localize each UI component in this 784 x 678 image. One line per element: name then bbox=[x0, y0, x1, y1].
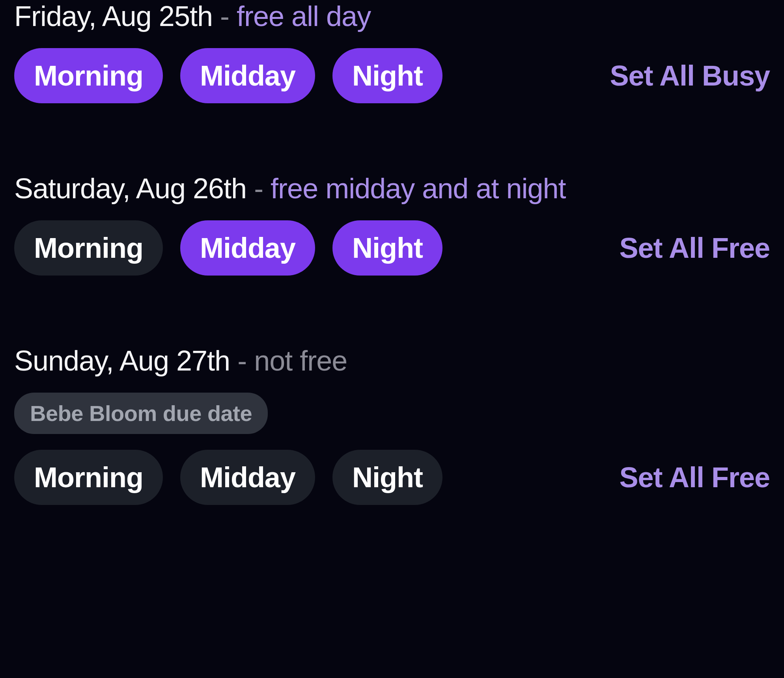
slot-button-midday[interactable]: Midday bbox=[180, 450, 315, 505]
toggle-all-button[interactable]: Set All Free bbox=[620, 232, 770, 264]
availability-status: free midday and at night bbox=[271, 173, 566, 204]
slot-button-morning[interactable]: Morning bbox=[14, 450, 163, 505]
slots-row: MorningMiddayNightSet All Busy bbox=[14, 48, 770, 103]
slots-row: MorningMiddayNightSet All Free bbox=[14, 220, 770, 276]
slot-button-morning[interactable]: Morning bbox=[14, 48, 163, 103]
separator: - bbox=[246, 173, 271, 204]
date-label: Sunday, Aug 27th bbox=[14, 345, 230, 376]
slot-button-night[interactable]: Night bbox=[332, 450, 442, 505]
toggle-all-button[interactable]: Set All Busy bbox=[610, 60, 770, 92]
toggle-all-button[interactable]: Set All Free bbox=[620, 461, 770, 494]
separator: - bbox=[213, 0, 237, 32]
slot-button-night[interactable]: Night bbox=[332, 48, 442, 103]
slot-button-morning[interactable]: Morning bbox=[14, 220, 163, 276]
date-label: Friday, Aug 25th bbox=[14, 0, 213, 32]
separator: - bbox=[230, 345, 254, 376]
event-chip[interactable]: Bebe Bloom due date bbox=[14, 393, 268, 434]
slot-button-night[interactable]: Night bbox=[332, 220, 442, 276]
availability-status: not free bbox=[254, 345, 347, 376]
availability-status: free all day bbox=[237, 0, 371, 32]
day-block: Sunday, Aug 27th - not freeBebe Bloom du… bbox=[14, 345, 770, 505]
day-header: Friday, Aug 25th - free all day bbox=[14, 0, 770, 32]
day-header: Sunday, Aug 27th - not free bbox=[14, 345, 770, 377]
event-row: Bebe Bloom due date bbox=[14, 393, 770, 434]
slot-button-midday[interactable]: Midday bbox=[180, 220, 315, 276]
day-block: Saturday, Aug 26th - free midday and at … bbox=[14, 172, 770, 276]
slot-button-midday[interactable]: Midday bbox=[180, 48, 315, 103]
day-block: Friday, Aug 25th - free all dayMorningMi… bbox=[14, 0, 770, 103]
slots-row: MorningMiddayNightSet All Free bbox=[14, 450, 770, 505]
day-header: Saturday, Aug 26th - free midday and at … bbox=[14, 172, 770, 205]
date-label: Saturday, Aug 26th bbox=[14, 173, 246, 204]
